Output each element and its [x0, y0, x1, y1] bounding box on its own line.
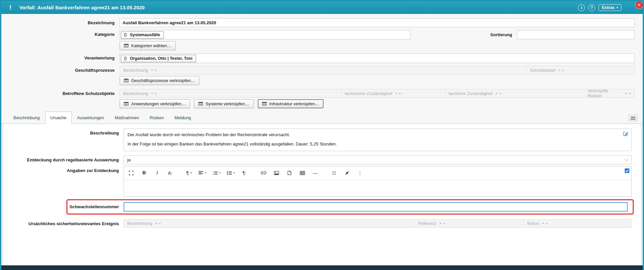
entdeckung-label: Entdeckung durch regelbasierte Auswertun… [3, 155, 124, 163]
entdeckung-selected-value: ja [127, 157, 131, 162]
help-button[interactable]: ? [588, 4, 595, 11]
editor-checkbox[interactable] [625, 168, 629, 173]
caret-down-icon: ▾ [233, 172, 235, 174]
column-header-status[interactable]: Status [523, 220, 631, 227]
column-label: Bezeichnung [123, 68, 148, 73]
tab-massnahmen[interactable]: Maßnahmen [110, 112, 144, 124]
document-icon [288, 171, 291, 175]
tab-meldung[interactable]: Meldung [169, 112, 196, 124]
angaben-richtext-editor: B I A: ¶ ▾ ▾ [124, 166, 632, 197]
paragraph-format-button[interactable]: ¶ ▾ [186, 169, 192, 177]
layout-toggle-button[interactable] [629, 115, 637, 121]
checkbox-checked-icon [625, 168, 629, 173]
caret-down-icon: ▾ [205, 172, 206, 174]
bold-icon: B [142, 170, 146, 175]
infrastruktur-verknuepfen-button[interactable]: Infrastruktur verknüpfen… [258, 99, 323, 108]
schwachstellennummer-input[interactable] [124, 202, 628, 212]
tabbar: Beschreibung Ursache Auswirkungen Maßnah… [1, 112, 643, 124]
table-button[interactable] [299, 169, 306, 177]
window-bottom-bar [0, 265, 644, 270]
sort-icons [558, 69, 564, 71]
column-label: Relevanz [418, 221, 436, 226]
special-characters-button[interactable] [331, 169, 337, 177]
sort-icons [151, 93, 157, 94]
grid-icon [124, 79, 129, 82]
trash-icon[interactable] [124, 33, 127, 37]
sort-icons [155, 223, 161, 224]
kategorie-field[interactable]: Systemausfälle [120, 30, 411, 40]
titlebar: ! Vorfall: Ausfall Bankverfahren agree21… [1, 1, 643, 14]
image-icon [274, 171, 279, 175]
tab-beschreibung[interactable]: Beschreibung [8, 112, 45, 124]
column-header-technische-zustaendigkeit[interactable]: technische Zuständigkeit [341, 89, 445, 97]
extras-button[interactable]: Extras ▾ [598, 4, 621, 11]
italic-button[interactable]: I [154, 169, 160, 177]
sortierung-label: Sortierung [490, 32, 517, 37]
kategorien-waehlen-button[interactable]: Kategorien wählen… [120, 41, 176, 50]
font-style-button[interactable]: A: [167, 169, 173, 177]
verantwortung-chip[interactable]: Organisation, Otto | Tester, Toni [121, 55, 196, 62]
fullscreen-button[interactable] [128, 169, 135, 177]
anwendungen-verknuepfen-button[interactable]: Anwendungen verknüpfen… [120, 99, 190, 108]
link-button[interactable] [260, 169, 267, 177]
geschaeftsprozesse-verknuepfen-button[interactable]: Geschäftsprozesse verknüpfen… [120, 76, 199, 85]
richtext-toolbar: B I A: ¶ ▾ ▾ [124, 166, 631, 180]
paragraph-icon: ¶ [186, 171, 189, 175]
more-options-button[interactable]: ⋮ [357, 169, 363, 177]
column-header-fachliche-zustaendigkeit[interactable]: fachliche Zuständigkeit [445, 89, 584, 97]
tab-risiken[interactable]: Risiken [144, 112, 169, 124]
edit-icon[interactable] [623, 131, 628, 138]
column-label: fachliche Zuständigkeit [449, 91, 493, 96]
bold-button[interactable]: B [141, 169, 147, 177]
entdeckung-select[interactable]: ja [124, 155, 632, 164]
image-button[interactable] [273, 169, 280, 177]
column-header-schutzbedarf[interactable]: Schutzbedarf [526, 66, 634, 74]
kategorie-row: Kategorie Systemausfälle Sortierung [1, 30, 643, 40]
kategorie-label: Kategorie [1, 30, 120, 37]
systeme-verknuepfen-button[interactable]: Systeme verknüpfen… [194, 99, 254, 108]
chevron-down-icon [625, 157, 628, 161]
column-header-bezeichnung[interactable]: Bezeichnung [124, 220, 415, 227]
ursache-panel: Beschreibung Der Ausfall wurde durch ein… [3, 124, 641, 265]
clear-format-button[interactable]: A [344, 169, 350, 177]
tab-ursache[interactable]: Ursache [45, 112, 72, 124]
horizontal-rule-icon: — [313, 171, 318, 175]
align-button[interactable]: ▾ [199, 169, 206, 177]
numbered-list-button[interactable]: 12 ▾ [213, 169, 221, 177]
column-label: technische Zuständigkeit [345, 91, 392, 96]
geschaeftsprozesse-row: Geschäftsprozesse Bezeichnung Schutzbeda… [1, 66, 643, 74]
ursache-beschreibung-textarea[interactable]: Der Ausfall wurde durch ein technisches … [124, 129, 632, 151]
schutzobjekte-label: Betroffene Schutzobjekte [1, 89, 120, 96]
verantwortung-label: Verantwortung [1, 53, 120, 61]
align-icon [199, 171, 203, 175]
sort-icons [439, 223, 445, 224]
document-button[interactable] [286, 169, 293, 177]
bullet-list-button[interactable]: ▾ [227, 169, 235, 177]
ursache-beschreibung-label: Beschreibung [3, 129, 124, 136]
geschaeftsprozesse-label: Geschäftsprozesse [1, 66, 120, 73]
column-header-relevanz[interactable]: Relevanz [415, 220, 523, 227]
kategorie-chip-label: Systemausfälle [130, 33, 160, 37]
beschreibung-paragraph: Der Ausfall wurde durch ein technisches … [128, 132, 619, 138]
column-header-verknuepfte-risiken[interactable]: Verknüpfte Risiken [584, 89, 634, 97]
info-button[interactable]: i [578, 4, 585, 11]
verantwortung-field[interactable]: Organisation, Otto | Tester, Toni [120, 53, 635, 63]
bezeichnung-input[interactable] [120, 18, 635, 27]
sortierung-input[interactable] [517, 30, 635, 39]
bezeichnung-row: Bezeichnung [1, 18, 643, 27]
angaben-editor-content[interactable] [124, 180, 631, 196]
sort-icons [395, 93, 401, 94]
column-header-bezeichnung[interactable]: Bezeichnung [120, 66, 526, 74]
kategorie-chip[interactable]: Systemausfälle [121, 31, 164, 39]
trash-icon[interactable] [124, 56, 127, 60]
tab-auswirkungen[interactable]: Auswirkungen [72, 112, 110, 124]
close-button[interactable]: × [635, 1, 643, 9]
extras-label: Extras [602, 5, 614, 10]
schwachstellennummer-row: Schwachstellennummer [3, 199, 641, 215]
horizontal-rule-button[interactable]: — [312, 169, 319, 177]
window-content: Bezeichnung Kategorie Systemausfälle [1, 14, 643, 265]
column-header-bezeichnung[interactable]: Bezeichnung [120, 89, 341, 97]
show-blocks-button[interactable]: ¶: [241, 169, 248, 177]
verantwortung-row: Verantwortung Organisation, Otto | Teste… [1, 53, 643, 63]
sort-icons [495, 93, 502, 94]
